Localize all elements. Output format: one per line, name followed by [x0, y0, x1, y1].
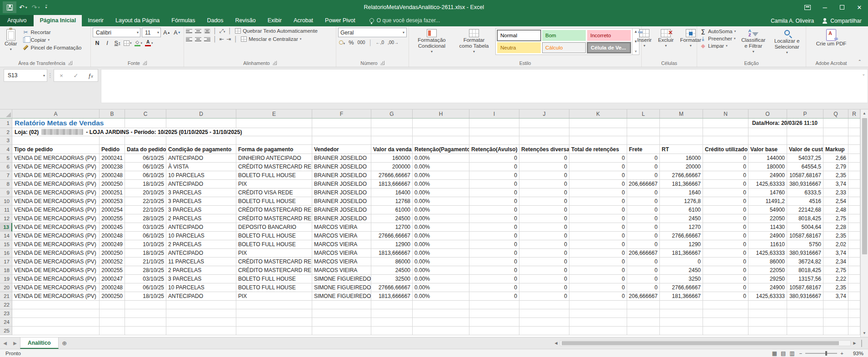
cell-P4[interactable]: Valor de custo [787, 145, 823, 154]
cell-P22[interactable] [787, 301, 823, 309]
comma-style-button[interactable]: 000 [358, 40, 365, 45]
cell-M22[interactable] [660, 301, 703, 309]
close-button[interactable]: ✕ [851, 0, 868, 15]
cell-R1[interactable] [848, 119, 860, 128]
cell-A15[interactable]: VENDA DE MERCADORIAS (PV) [12, 240, 100, 249]
font-dialog-launcher[interactable] [143, 61, 147, 65]
cell-L16[interactable]: 206,666667 [627, 249, 660, 258]
cell-N24[interactable] [703, 318, 748, 327]
align-center-icon[interactable] [195, 37, 201, 42]
cell-M6[interactable]: 20000 [660, 163, 703, 171]
cell-L2[interactable] [627, 128, 660, 136]
row-header-13[interactable]: 13 [0, 223, 12, 232]
horizontal-scrollbar[interactable] [560, 340, 851, 346]
cell-A16[interactable]: VENDA DE MERCADORIAS (PV) [12, 249, 100, 258]
row-header-11[interactable]: 11 [0, 206, 12, 214]
cell-A25[interactable] [12, 327, 100, 335]
row-header-7[interactable]: 7 [0, 171, 12, 180]
paste-button[interactable]: Colar▾ [2, 28, 20, 53]
delete-cells-button[interactable]: Excluir▾ [655, 28, 677, 49]
cell-J8[interactable]: 0 [519, 180, 569, 188]
cell-J3[interactable] [519, 136, 569, 145]
cell-O16[interactable]: 1425,63333 [748, 249, 787, 258]
cell-R3[interactable] [848, 136, 860, 145]
cell-R2[interactable] [848, 128, 860, 136]
cell-D22[interactable] [166, 301, 236, 309]
zoom-level[interactable]: 93% [848, 351, 863, 356]
cell-N21[interactable]: 0 [703, 292, 748, 301]
cell-M23[interactable] [660, 309, 703, 318]
number-format-select[interactable]: Geral▾ [338, 28, 407, 37]
cell-D5[interactable]: ANTECIPADO [166, 154, 236, 163]
clipboard-dialog-launcher[interactable] [68, 61, 72, 65]
cell-G19[interactable]: 32500 [371, 275, 413, 283]
cell-R22[interactable] [848, 301, 860, 309]
row-header-15[interactable]: 15 [0, 240, 12, 249]
cell-N25[interactable] [703, 327, 748, 335]
cell-F13[interactable]: MARCOS VIEIRA [312, 223, 371, 232]
cell-O10[interactable]: 11491,2 [748, 197, 787, 206]
cell-E6[interactable]: CRÉDITO MASTERCARD REDE [236, 163, 312, 171]
maximize-button[interactable] [833, 0, 851, 15]
cell-M15[interactable]: 1290 [660, 240, 703, 249]
cell-D6[interactable]: À VISTA [166, 163, 236, 171]
cell-B16[interactable]: 2000250 [100, 249, 125, 258]
cell-C17[interactable]: 21/10/25 [125, 258, 166, 266]
cell-B17[interactable]: 2000252 [100, 258, 125, 266]
cell-H3[interactable] [413, 136, 469, 145]
cell-style-neutra[interactable]: Neutra [497, 42, 541, 53]
tab-power-pivot[interactable]: Power Pivot [319, 15, 361, 26]
cell-N3[interactable] [703, 136, 748, 145]
cell-K17[interactable]: 0 [569, 258, 627, 266]
cell-C12[interactable]: 28/10/25 [125, 214, 166, 223]
cell-O6[interactable]: 180000 [748, 163, 787, 171]
cell-M1[interactable] [660, 119, 703, 128]
decrease-indent-button[interactable]: ⇤ [219, 36, 224, 42]
cell-F1[interactable] [312, 119, 371, 128]
cell-O8[interactable]: 1425,63333 [748, 180, 787, 188]
cell-C6[interactable]: 06/10/25 [125, 163, 166, 171]
cell-A13[interactable]: VENDA DE MERCADORIAS (PV) [12, 223, 100, 232]
cell-E15[interactable]: BOLETO FULL HOUSE [236, 240, 312, 249]
cell-L23[interactable] [627, 309, 660, 318]
alignment-dialog-launcher[interactable] [273, 61, 277, 65]
cell-K21[interactable]: 0 [569, 292, 627, 301]
cell-K20[interactable]: 0 [569, 283, 627, 292]
cell-E22[interactable] [236, 301, 312, 309]
cell-M18[interactable]: 2450 [660, 266, 703, 275]
cell-P2[interactable] [787, 128, 823, 136]
cell-D1[interactable] [166, 119, 236, 128]
cell-I2[interactable] [469, 128, 519, 136]
row-header-4[interactable]: 4 [0, 145, 12, 154]
cell-E8[interactable]: PIX [236, 180, 312, 188]
cell-H15[interactable]: 0.00% [413, 240, 469, 249]
cell-E16[interactable]: PIX [236, 249, 312, 258]
column-header-H[interactable]: H [413, 109, 469, 119]
cell-G8[interactable]: 1813,666667 [371, 180, 413, 188]
cell-H11[interactable]: 0.00% [413, 206, 469, 214]
tab-layout-da-p-gina[interactable]: Layout da Página [110, 15, 165, 26]
cell-L25[interactable] [627, 327, 660, 335]
cell-P8[interactable]: 380,9316667 [787, 180, 823, 188]
cell-H18[interactable]: 0.00% [413, 266, 469, 275]
cell-H9[interactable]: 0.00% [413, 188, 469, 197]
cell-Q14[interactable]: 2,35 [823, 232, 848, 240]
cell-H12[interactable]: 0.00% [413, 214, 469, 223]
column-header-I[interactable]: I [469, 109, 519, 119]
increase-indent-button[interactable]: ⇥ [227, 36, 231, 42]
cell-E23[interactable] [236, 309, 312, 318]
cell-J13[interactable]: 0 [519, 223, 569, 232]
cell-C15[interactable]: 10/10/25 [125, 240, 166, 249]
cell-I4[interactable]: Retenção(Avulso) [469, 145, 519, 154]
column-header-J[interactable]: J [519, 109, 569, 119]
column-header-G[interactable]: G [371, 109, 413, 119]
cell-R6[interactable] [848, 163, 860, 171]
cell-I17[interactable]: 0 [469, 258, 519, 266]
cell-A14[interactable]: VENDA DE MERCADORIAS (PV) [12, 232, 100, 240]
cell-J10[interactable]: 0 [519, 197, 569, 206]
save-button[interactable] [3, 1, 16, 13]
cell-G6[interactable]: 200000 [371, 163, 413, 171]
decrease-decimal-button[interactable]: ,00→ [388, 40, 399, 45]
cell-C23[interactable] [125, 309, 166, 318]
cell-Q9[interactable]: 2,33 [823, 188, 848, 197]
